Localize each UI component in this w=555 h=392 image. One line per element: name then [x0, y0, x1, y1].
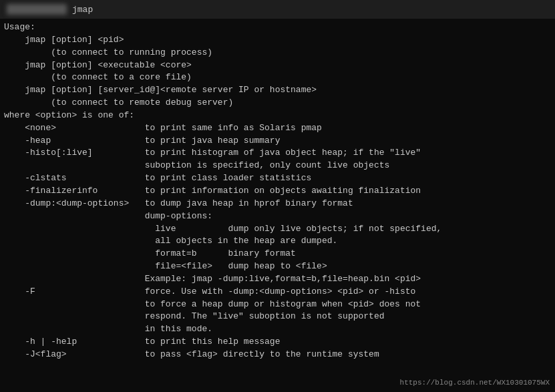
terminal-line: file=<file> dump heap to <file>: [4, 260, 551, 273]
terminal-line: live dump only live objects; if not spec…: [4, 223, 551, 236]
terminal-line: (to connect to remote debug server): [4, 97, 551, 110]
terminal-line: to force a heap dump or histogram when <…: [4, 299, 551, 311]
terminal-line: Usage:: [4, 21, 551, 34]
terminal-line: <none> to print same info as Solaris pma…: [4, 122, 551, 135]
terminal-line: jmap [option] <executable <core>: [4, 59, 551, 72]
terminal-line: -heap to print java heap summary: [4, 135, 551, 148]
terminal-line: dump-options:: [4, 210, 551, 223]
terminal-line: all objects in the heap are dumped.: [4, 235, 551, 248]
terminal-line: respond. The "live" suboption is not sup…: [4, 311, 551, 323]
terminal-output: Usage: jmap [option] <pid> (to connect t…: [4, 21, 551, 361]
title-bar: jmap: [0, 0, 555, 19]
terminal-line: Example: jmap -dump:live,format=b,file=h…: [4, 273, 551, 286]
terminal-line: -clstats to print class loader statistic…: [4, 172, 551, 185]
terminal-line: -dump:<dump-options> to dump java heap i…: [4, 198, 551, 210]
terminal-line: -h | -help to print this help message: [4, 336, 551, 349]
terminal-line: jmap [option] <pid>: [4, 34, 551, 47]
terminal-line: (to connect to running process): [4, 47, 551, 59]
terminal-line: jmap [option] [server_id@]<remote server…: [4, 84, 551, 97]
title-bar-app-name: jmap: [72, 5, 93, 15]
title-bar-blurred-area: [7, 4, 67, 15]
watermark: https://blog.csdn.net/WX10301075WX: [400, 379, 550, 387]
terminal-window: jmap Usage: jmap [option] <pid> (to conn…: [0, 0, 555, 392]
terminal-line: -J<flag> to pass <flag> directly to the …: [4, 349, 551, 361]
terminal-line: -F force. Use with -dump:<dump-options> …: [4, 286, 551, 299]
terminal-line: (to connect to a core file): [4, 71, 551, 84]
terminal-line: suboption is specified, only count live …: [4, 160, 551, 172]
terminal-line: format=b binary format: [4, 248, 551, 260]
terminal-line: -histo[:live] to print histogram of java…: [4, 147, 551, 160]
terminal-line: in this mode.: [4, 323, 551, 336]
terminal-line: where <option> is one of:: [4, 110, 551, 122]
terminal-content[interactable]: Usage: jmap [option] <pid> (to connect t…: [0, 19, 555, 392]
terminal-line: -finalizerinfo to print information on o…: [4, 185, 551, 198]
